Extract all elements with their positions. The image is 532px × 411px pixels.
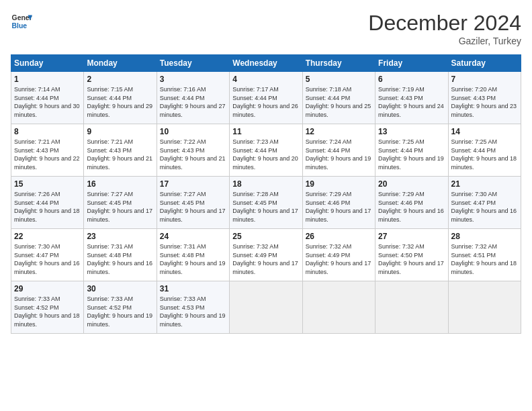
calendar-cell: 1 Sunrise: 7:14 AMSunset: 4:44 PMDayligh… — [11, 72, 84, 124]
calendar-cell: 21 Sunrise: 7:30 AMSunset: 4:47 PMDaylig… — [448, 177, 521, 229]
day-number: 5 — [306, 75, 372, 84]
calendar-cell: 25 Sunrise: 7:32 AMSunset: 4:49 PMDaylig… — [230, 229, 302, 281]
calendar-cell: 3 Sunrise: 7:16 AMSunset: 4:44 PMDayligh… — [157, 72, 229, 124]
day-info: Sunrise: 7:31 AMSunset: 4:48 PMDaylight:… — [87, 243, 152, 275]
day-number: 7 — [451, 75, 518, 84]
day-info: Sunrise: 7:30 AMSunset: 4:47 PMDaylight:… — [451, 191, 517, 223]
day-info: Sunrise: 7:30 AMSunset: 4:47 PMDaylight:… — [14, 243, 80, 275]
day-number: 23 — [87, 232, 153, 241]
day-number: 20 — [378, 179, 445, 189]
day-info: Sunrise: 7:32 AMSunset: 4:50 PMDaylight:… — [378, 243, 444, 275]
day-info: Sunrise: 7:29 AMSunset: 4:46 PMDaylight:… — [306, 191, 371, 223]
calendar-cell: 2 Sunrise: 7:15 AMSunset: 4:44 PMDayligh… — [84, 72, 157, 124]
day-info: Sunrise: 7:21 AMSunset: 4:43 PMDaylight:… — [14, 138, 80, 171]
weekday-header-monday: Monday — [84, 55, 157, 72]
day-number: 21 — [451, 179, 518, 189]
calendar-cell: 16 Sunrise: 7:27 AMSunset: 4:45 PMDaylig… — [84, 177, 157, 229]
calendar-cell — [230, 281, 302, 334]
calendar-week-5: 29 Sunrise: 7:33 AMSunset: 4:52 PMDaylig… — [11, 281, 521, 334]
calendar-cell: 12 Sunrise: 7:24 AMSunset: 4:44 PMDaylig… — [302, 124, 375, 177]
calendar-cell — [302, 281, 375, 334]
calendar-cell: 30 Sunrise: 7:33 AMSunset: 4:52 PMDaylig… — [84, 281, 157, 334]
day-number: 16 — [87, 179, 153, 189]
calendar-cell: 27 Sunrise: 7:32 AMSunset: 4:50 PMDaylig… — [375, 229, 448, 281]
day-info: Sunrise: 7:33 AMSunset: 4:53 PMDaylight:… — [160, 295, 226, 328]
day-info: Sunrise: 7:33 AMSunset: 4:52 PMDaylight:… — [87, 295, 152, 328]
calendar-cell: 15 Sunrise: 7:26 AMSunset: 4:44 PMDaylig… — [11, 177, 84, 229]
day-number: 1 — [14, 75, 81, 84]
calendar-week-2: 8 Sunrise: 7:21 AMSunset: 4:43 PMDayligh… — [11, 124, 521, 177]
day-number: 27 — [378, 232, 445, 241]
day-info: Sunrise: 7:21 AMSunset: 4:43 PMDaylight:… — [87, 138, 152, 171]
calendar-week-3: 15 Sunrise: 7:26 AMSunset: 4:44 PMDaylig… — [11, 177, 521, 229]
day-number: 22 — [14, 232, 81, 241]
calendar-cell — [375, 281, 448, 334]
calendar-cell: 5 Sunrise: 7:18 AMSunset: 4:44 PMDayligh… — [302, 72, 375, 124]
calendar-table: SundayMondayTuesdayWednesdayThursdayFrid… — [11, 54, 521, 334]
logo: General Blue — [11, 11, 32, 32]
weekday-header-wednesday: Wednesday — [230, 55, 302, 72]
calendar-header-row: SundayMondayTuesdayWednesdayThursdayFrid… — [11, 55, 521, 72]
subtitle: Gaziler, Turkey — [368, 36, 521, 46]
day-info: Sunrise: 7:26 AMSunset: 4:44 PMDaylight:… — [14, 191, 80, 223]
day-number: 4 — [232, 75, 299, 84]
calendar-cell: 24 Sunrise: 7:31 AMSunset: 4:48 PMDaylig… — [157, 229, 229, 281]
calendar-cell: 8 Sunrise: 7:21 AMSunset: 4:43 PMDayligh… — [11, 124, 84, 177]
calendar-cell: 23 Sunrise: 7:31 AMSunset: 4:48 PMDaylig… — [84, 229, 157, 281]
day-info: Sunrise: 7:22 AMSunset: 4:43 PMDaylight:… — [160, 138, 226, 171]
day-info: Sunrise: 7:18 AMSunset: 4:44 PMDaylight:… — [306, 86, 371, 118]
calendar-cell: 10 Sunrise: 7:22 AMSunset: 4:43 PMDaylig… — [157, 124, 229, 177]
day-info: Sunrise: 7:28 AMSunset: 4:45 PMDaylight:… — [232, 191, 298, 223]
calendar-cell: 17 Sunrise: 7:27 AMSunset: 4:45 PMDaylig… — [157, 177, 229, 229]
day-number: 28 — [451, 232, 518, 241]
weekday-header-tuesday: Tuesday — [157, 55, 229, 72]
day-info: Sunrise: 7:31 AMSunset: 4:48 PMDaylight:… — [160, 243, 226, 275]
day-number: 26 — [306, 232, 372, 241]
calendar-cell: 31 Sunrise: 7:33 AMSunset: 4:53 PMDaylig… — [157, 281, 229, 334]
day-info: Sunrise: 7:32 AMSunset: 4:49 PMDaylight:… — [306, 243, 371, 275]
day-number: 30 — [87, 284, 153, 293]
day-number: 17 — [160, 179, 226, 189]
calendar-cell: 13 Sunrise: 7:25 AMSunset: 4:44 PMDaylig… — [375, 124, 448, 177]
weekday-header-thursday: Thursday — [302, 55, 375, 72]
day-info: Sunrise: 7:29 AMSunset: 4:46 PMDaylight:… — [378, 191, 444, 223]
calendar-cell: 29 Sunrise: 7:33 AMSunset: 4:52 PMDaylig… — [11, 281, 84, 334]
calendar-cell: 14 Sunrise: 7:25 AMSunset: 4:44 PMDaylig… — [448, 124, 521, 177]
day-number: 29 — [14, 284, 81, 293]
weekday-header-saturday: Saturday — [448, 55, 521, 72]
day-number: 13 — [378, 127, 445, 136]
day-info: Sunrise: 7:19 AMSunset: 4:43 PMDaylight:… — [378, 86, 444, 118]
day-info: Sunrise: 7:32 AMSunset: 4:51 PMDaylight:… — [451, 243, 517, 275]
day-info: Sunrise: 7:17 AMSunset: 4:44 PMDaylight:… — [232, 86, 298, 118]
title-block: December 2024 Gaziler, Turkey — [368, 11, 521, 46]
calendar-cell: 9 Sunrise: 7:21 AMSunset: 4:43 PMDayligh… — [84, 124, 157, 177]
day-info: Sunrise: 7:15 AMSunset: 4:44 PMDaylight:… — [87, 86, 152, 118]
day-info: Sunrise: 7:27 AMSunset: 4:45 PMDaylight:… — [87, 191, 152, 223]
page-header: General Blue December 2024 Gaziler, Turk… — [11, 11, 521, 46]
calendar-cell: 26 Sunrise: 7:32 AMSunset: 4:49 PMDaylig… — [302, 229, 375, 281]
weekday-header-friday: Friday — [375, 55, 448, 72]
day-number: 18 — [232, 179, 299, 189]
day-info: Sunrise: 7:25 AMSunset: 4:44 PMDaylight:… — [378, 138, 444, 171]
day-info: Sunrise: 7:33 AMSunset: 4:52 PMDaylight:… — [14, 295, 80, 328]
day-info: Sunrise: 7:27 AMSunset: 4:45 PMDaylight:… — [160, 191, 226, 223]
day-number: 8 — [14, 127, 81, 136]
day-info: Sunrise: 7:14 AMSunset: 4:44 PMDaylight:… — [14, 86, 80, 118]
calendar-cell — [448, 281, 521, 334]
calendar-body: 1 Sunrise: 7:14 AMSunset: 4:44 PMDayligh… — [11, 72, 521, 334]
calendar-cell: 7 Sunrise: 7:20 AMSunset: 4:43 PMDayligh… — [448, 72, 521, 124]
weekday-header-sunday: Sunday — [11, 55, 84, 72]
day-number: 31 — [160, 284, 226, 293]
calendar-cell: 28 Sunrise: 7:32 AMSunset: 4:51 PMDaylig… — [448, 229, 521, 281]
day-number: 10 — [160, 127, 226, 136]
calendar-cell: 18 Sunrise: 7:28 AMSunset: 4:45 PMDaylig… — [230, 177, 302, 229]
day-info: Sunrise: 7:24 AMSunset: 4:44 PMDaylight:… — [306, 138, 371, 171]
calendar-cell: 11 Sunrise: 7:23 AMSunset: 4:44 PMDaylig… — [230, 124, 302, 177]
day-number: 2 — [87, 75, 153, 84]
month-title: December 2024 — [368, 11, 521, 36]
svg-text:Blue: Blue — [12, 22, 28, 30]
day-info: Sunrise: 7:16 AMSunset: 4:44 PMDaylight:… — [160, 86, 226, 118]
calendar-week-4: 22 Sunrise: 7:30 AMSunset: 4:47 PMDaylig… — [11, 229, 521, 281]
day-number: 14 — [451, 127, 518, 136]
day-number: 11 — [232, 127, 299, 136]
